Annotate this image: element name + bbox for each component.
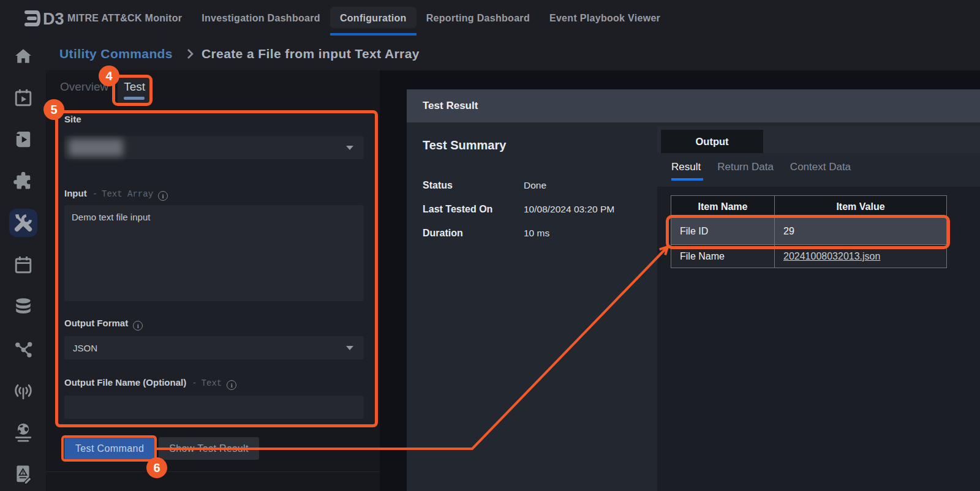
subtab-return-data[interactable]: Return Data: [717, 161, 774, 181]
tab-label: Overview: [60, 80, 108, 93]
cell-file-name-name: File Name: [671, 245, 775, 268]
info-icon[interactable]: i: [133, 321, 143, 331]
output-format-select[interactable]: JSON: [64, 336, 364, 359]
sidebar-item-utility-commands[interactable]: [9, 209, 37, 237]
summary-label: Status: [423, 180, 524, 191]
breadcrumb-link-utility-commands[interactable]: Utility Commands: [59, 47, 173, 61]
dropdown-caret-icon: [346, 346, 353, 350]
sidebar-item-schedule[interactable]: [9, 251, 37, 279]
active-subtab-underline: [671, 178, 703, 181]
input-type-hint: Text Array: [102, 189, 153, 199]
col-header-item-name: Item Name: [671, 196, 775, 218]
site-select[interactable]: [64, 136, 364, 159]
summary-label: Duration: [423, 228, 524, 239]
site-label: Site: [64, 114, 81, 124]
info-icon[interactable]: i: [227, 380, 236, 390]
tab-label: Test: [124, 80, 145, 93]
left-icon-sidebar: [0, 37, 46, 491]
nav-item-label: Event Playbook Viewer: [549, 13, 660, 24]
nav-item-mitre-attck-monitor[interactable]: MITRE ATT&CK Monitor: [58, 0, 192, 37]
nav-item-label: MITRE ATT&CK Monitor: [67, 13, 182, 24]
input-value: Demo text file input: [72, 212, 150, 222]
globe-lines-icon: [13, 422, 34, 443]
output-file-name-input[interactable]: [64, 395, 364, 419]
output-subtabs: Result Return Data Context Data: [671, 161, 851, 181]
sidebar-item-home[interactable]: [9, 42, 37, 70]
info-icon[interactable]: i: [158, 191, 168, 201]
book-play-icon: [13, 130, 32, 149]
sidebar-item-connections[interactable]: [9, 335, 37, 363]
summary-row-status: Status Done: [423, 180, 655, 191]
puzzle-icon: [13, 171, 34, 192]
subtab-label: Result: [671, 161, 701, 173]
hint-dash: -: [92, 189, 97, 199]
nav-item-event-playbook-viewer[interactable]: Event Playbook Viewer: [540, 0, 670, 37]
hint-dash: -: [192, 378, 197, 388]
dropdown-caret-icon: [346, 146, 353, 150]
pane-tabs: Overview Test: [54, 77, 151, 103]
test-result-title: Test Result: [423, 100, 478, 112]
nav-item-label: Reporting Dashboard: [426, 13, 530, 24]
tab-test[interactable]: Test: [118, 77, 151, 103]
database-icon: [13, 297, 32, 316]
sidebar-item-data-management[interactable]: [9, 293, 37, 321]
button-label: Show Test Result: [169, 443, 249, 454]
subtab-context-data[interactable]: Context Data: [790, 161, 851, 181]
output-format-value: JSON: [73, 343, 97, 353]
output-section: Output Result Return Data Context Data I…: [657, 122, 980, 491]
nav-item-label: Configuration: [340, 13, 407, 24]
summary-value: 10 ms: [524, 228, 549, 239]
input-textarea[interactable]: Demo text file input: [64, 205, 364, 301]
nav-item-investigation-dashboard[interactable]: Investigation Dashboard: [192, 0, 330, 37]
tools-icon: [13, 212, 34, 233]
subtab-label: Return Data: [717, 161, 774, 173]
command-test-pane: Overview Test Site Input-Text Arrayi Dem…: [46, 70, 380, 491]
table-row-file-name: File Name 20241008032013.json: [671, 245, 947, 268]
breadcrumb: Utility Commands Create a File from inpu…: [46, 37, 980, 70]
tab-output[interactable]: Output: [661, 130, 763, 153]
file-name-link[interactable]: 20241008032013.json: [783, 251, 880, 261]
sidebar-item-web-intake[interactable]: [9, 419, 37, 447]
sidebar-item-integrations[interactable]: [9, 168, 37, 196]
home-icon: [13, 47, 32, 66]
output-content: Item Name Item Value File ID 29 File Nam…: [657, 187, 980, 491]
nav-item-reporting-dashboard[interactable]: Reporting Dashboard: [417, 0, 540, 37]
test-command-button[interactable]: Test Command: [64, 437, 155, 460]
summary-row-last-tested: Last Tested On 10/08/2024 03:20 PM: [423, 204, 655, 215]
sidebar-item-playbook-runs[interactable]: [9, 126, 37, 154]
table-row-file-id: File ID 29: [671, 218, 947, 245]
show-test-result-button[interactable]: Show Test Result: [159, 437, 259, 460]
nav-item-configuration[interactable]: Configuration: [330, 0, 417, 37]
calendar-play-icon: [13, 88, 32, 107]
report-edit-icon: [13, 464, 32, 485]
top-navbar: D3 MITRE ATT&CK Monitor Investigation Da…: [0, 0, 980, 37]
breadcrumb-separator-icon: [187, 48, 194, 59]
subtab-label: Context Data: [790, 161, 851, 173]
tab-overview[interactable]: Overview: [54, 77, 115, 103]
antenna-icon: [13, 380, 34, 401]
output-file-name-label: Output File Name (Optional)-Texti: [64, 377, 236, 390]
input-label: Input-Text Arrayi: [64, 188, 168, 201]
result-table: Item Name Item Value File ID 29 File Nam…: [671, 195, 947, 268]
button-label: Test Command: [75, 443, 144, 454]
calendar-icon: [13, 255, 32, 274]
cell-file-id-name: File ID: [671, 218, 775, 245]
subtab-result[interactable]: Result: [671, 161, 701, 181]
breadcrumb-current-page: Create a File from input Text Array: [202, 47, 420, 61]
pane-divider: [46, 471, 380, 472]
table-header-row: Item Name Item Value: [671, 196, 947, 218]
output-format-label: Output Formati: [64, 318, 143, 331]
redacted-site-value: [69, 139, 123, 156]
test-result-header: Test Result: [407, 89, 980, 122]
cell-file-id-value: 29: [775, 218, 947, 245]
active-tab-underline: [124, 97, 145, 100]
test-result-panel: Test Result Test Summary Status Done Las…: [407, 89, 980, 491]
sidebar-item-incident-report[interactable]: [9, 460, 37, 489]
summary-value: 10/08/2024 03:20 PM: [524, 204, 614, 215]
summary-value: Done: [524, 180, 546, 191]
sidebar-item-event-intake[interactable]: [9, 377, 37, 405]
nav-item-label: Investigation Dashboard: [202, 13, 320, 24]
summary-label: Last Tested On: [423, 204, 524, 215]
active-nav-underline: [330, 33, 417, 36]
sidebar-item-incident-calendar[interactable]: [9, 84, 37, 112]
